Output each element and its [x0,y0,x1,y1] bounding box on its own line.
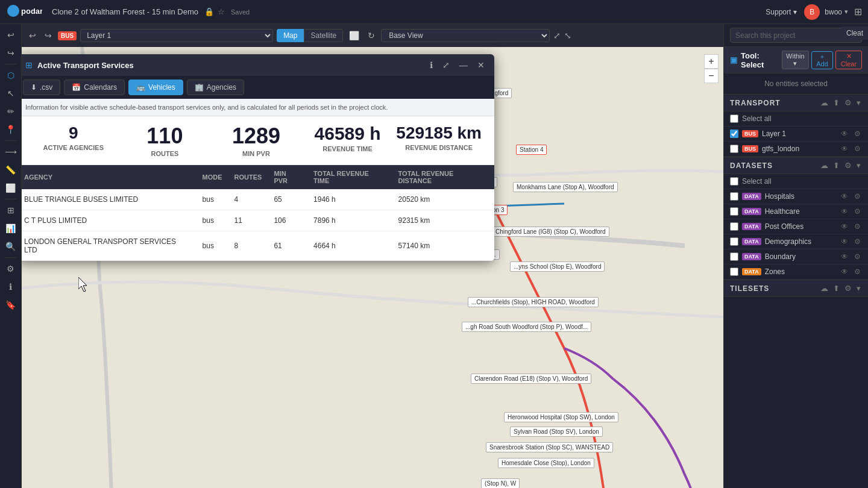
demographics-settings-icon[interactable]: ⚙ [853,237,862,246]
healthcare-settings-icon[interactable]: ⚙ [853,207,862,216]
lock-icon: 🔒 [204,7,214,16]
dataset-hospitals[interactable]: DATA Hospitals 👁 ⚙ [724,189,868,204]
panel-expand-button[interactable]: ⤢ [440,59,452,71]
dataset-zones[interactable]: DATA Zones 👁 ⚙ [724,264,868,280]
map-undo-button[interactable]: ↩ [27,30,39,42]
vehicles-tab[interactable]: 🚌 Vehicles [128,80,183,95]
pointer-tool[interactable]: ↖ [2,85,19,102]
panel-close-button[interactable]: ✕ [475,59,487,71]
layers-tool[interactable]: ⊞ [2,202,19,219]
layer-row-layer1[interactable]: BUS Layer 1 👁 ⚙ [724,127,868,142]
table-row: LONDON GENERAL TRANSPORT SERVICES LTD bu… [18,231,494,261]
within-button[interactable]: Within ▾ [782,51,809,69]
hospitals-settings-icon[interactable]: ⚙ [853,192,862,201]
chart-tool[interactable]: 📊 [2,220,19,237]
boundary-eye-icon[interactable]: 👁 [840,252,849,261]
dataset-post-offices[interactable]: DATA Post Offices 👁 ⚙ [724,219,868,234]
expand-button[interactable]: ⤢ [553,31,561,40]
demographics-checkbox[interactable] [730,237,738,246]
post-offices-eye-icon[interactable]: 👁 [840,222,849,231]
shape-tool[interactable]: ⬜ [2,180,19,196]
layer-select[interactable]: Layer 1 [80,29,273,42]
pin-tool[interactable]: 📍 [2,121,19,138]
layers-cloud-icon[interactable]: ☁ [819,98,829,107]
map-label: ...yns School (Stop E), Woodford [510,261,605,272]
zones-eye-icon[interactable]: 👁 [840,267,849,276]
layer-row-gtfs[interactable]: BUS gtfs_london 👁 ⚙ [724,142,868,157]
dataset-healthcare[interactable]: DATA Healthcare 👁 ⚙ [724,204,868,219]
panel-table-container[interactable]: AGENCY MODE ROUTES MIN PVR TOTAL REVENUE… [18,165,494,261]
user-avatar[interactable]: B [804,4,820,20]
undo-button[interactable]: ↩ [2,27,19,43]
stat-pvr-label: MIN PVR [210,150,302,157]
settings-tool[interactable]: ⚙ [2,260,19,277]
screen-icon[interactable]: ⬜ [347,30,362,42]
bookmark-tool[interactable]: 🔖 [2,296,19,313]
datasets-chevron-icon[interactable]: ▾ [855,161,862,170]
zoom-out-button[interactable]: − [704,69,719,83]
base-view-select[interactable]: Base View [381,29,550,42]
support-button[interactable]: Support ▾ [761,8,802,16]
calendars-tab[interactable]: 📅 Calendars [64,80,125,95]
gtfs-eye-icon[interactable]: 👁 [840,145,849,153]
tilesets-chevron-icon[interactable]: ▾ [855,284,862,293]
csv-tab[interactable]: ⬇ .csv [23,80,60,95]
tilesets-settings-icon[interactable]: ⚙ [843,284,853,293]
gtfs-checkbox[interactable] [730,145,738,153]
map-redo-button[interactable]: ↪ [42,30,54,42]
info-tool[interactable]: ℹ [2,278,19,295]
boundary-checkbox[interactable] [730,252,738,261]
table-row: BLUE TRIANGLE BUSES LIMITED bus 4 65 194… [18,189,494,210]
clear-button[interactable]: ✕ Clear [835,51,862,69]
datasets-cloud-icon[interactable]: ☁ [819,161,829,170]
hospitals-checkbox[interactable] [730,192,738,201]
layer1-settings-icon[interactable]: ⚙ [853,130,862,138]
post-offices-settings-icon[interactable]: ⚙ [853,222,862,231]
layers-settings-icon[interactable]: ⚙ [843,98,853,107]
hospitals-eye-icon[interactable]: 👁 [840,192,849,201]
demographics-eye-icon[interactable]: 👁 [840,237,849,246]
draw-tool[interactable]: ✏ [2,103,19,120]
measure-tool[interactable]: 📏 [2,161,19,178]
star-icon[interactable]: ☆ [218,7,225,16]
panel-collapse-button[interactable]: — [457,59,470,71]
healthcare-eye-icon[interactable]: 👁 [840,207,849,216]
layers-chevron-icon[interactable]: ▾ [855,98,862,107]
layers-select-all-checkbox[interactable] [730,114,738,123]
select-tool[interactable]: ⬡ [2,67,19,84]
tilesets-cloud-icon[interactable]: ☁ [819,284,829,293]
satellite-mode-button[interactable]: Satellite [304,29,343,42]
boundary-settings-icon[interactable]: ⚙ [853,252,862,261]
collapse-button[interactable]: ⤡ [564,31,571,40]
tilesets-upload-icon[interactable]: ⬆ [832,284,841,293]
map-label: Heronwood Hospital (Stop SW), London [504,412,618,422]
route-tool[interactable]: ⟶ [2,143,19,160]
zoom-in-button[interactable]: + [704,54,719,69]
panel-info-button[interactable]: ℹ [427,59,435,71]
search-input[interactable] [735,31,843,40]
dataset-boundary[interactable]: DATA Boundary 👁 ⚙ [724,249,868,264]
datasets-select-all-checkbox[interactable] [730,177,738,186]
search-tool[interactable]: 🔍 [2,238,19,255]
post-offices-checkbox[interactable] [730,222,738,231]
refresh-icon[interactable]: ↻ [365,30,377,42]
dataset-demographics[interactable]: DATA Demographics 👁 ⚙ [724,234,868,249]
datasets-upload-icon[interactable]: ⬆ [832,161,841,170]
redo-button[interactable]: ↪ [2,45,19,61]
map-mode-button[interactable]: Map [277,29,304,42]
zones-settings-icon[interactable]: ⚙ [853,267,862,276]
add-button[interactable]: + Add [811,51,833,69]
layers-upload-icon[interactable]: ⬆ [832,98,841,107]
zones-checkbox[interactable] [730,267,738,276]
cell-revenue-distance: 20520 km [392,189,494,210]
tool-select-title: Tool: Select [741,51,778,69]
map-label: ...gh Road South Woodford (Stop P), Wood… [462,322,591,332]
gtfs-settings-icon[interactable]: ⚙ [853,145,862,153]
layer1-checkbox[interactable] [730,130,738,138]
grid-icon[interactable]: ⊞ [848,6,868,17]
user-name[interactable]: bwoo [822,8,844,16]
layer1-eye-icon[interactable]: 👁 [840,130,849,138]
healthcare-checkbox[interactable] [730,207,738,216]
agencies-tab[interactable]: 🏢 Agencies [187,80,244,95]
datasets-settings-icon[interactable]: ⚙ [843,161,853,170]
